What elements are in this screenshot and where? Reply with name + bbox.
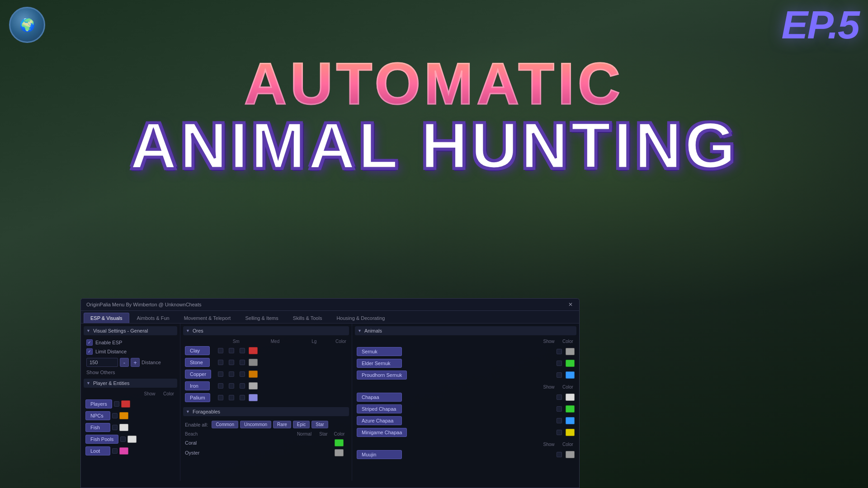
rare-button[interactable]: Rare: [273, 421, 291, 428]
fish-pools-button[interactable]: Fish Pools: [85, 435, 118, 444]
fish-color-swatch[interactable]: [119, 424, 128, 431]
episode-badge: EP.5: [782, 2, 859, 48]
iron-lg-check[interactable]: [240, 383, 245, 389]
sernuk-button[interactable]: Sernuk: [357, 347, 402, 356]
distance-input[interactable]: [86, 358, 118, 367]
enable-esp-row: ✓ Enable ESP: [84, 338, 177, 347]
palium-sm-check[interactable]: [218, 395, 223, 400]
copper-color-swatch[interactable]: [249, 371, 258, 378]
animals-col-header2: Show Color: [355, 384, 576, 390]
tab-skills[interactable]: Skills & Tools: [286, 313, 329, 323]
npcs-show-check[interactable]: [112, 413, 118, 418]
animals-col-header1: Show Color: [355, 338, 576, 345]
muujin-show-check[interactable]: [557, 452, 562, 457]
azure-chapaa-button[interactable]: Azure Chapaa: [357, 416, 402, 425]
npcs-button[interactable]: NPCs: [85, 411, 110, 420]
minigame-chapaa-color-swatch[interactable]: [566, 429, 575, 436]
star-button[interactable]: Star: [311, 421, 328, 428]
clay-sm-check[interactable]: [218, 348, 223, 353]
loot-show-check[interactable]: [112, 448, 118, 454]
clay-button[interactable]: Clay: [185, 346, 210, 355]
uncommon-button[interactable]: Uncommon: [240, 421, 271, 428]
stone-button[interactable]: Stone: [185, 358, 210, 367]
striped-chapaa-show-check[interactable]: [557, 406, 562, 412]
tab-esp-visuals[interactable]: ESP & Visuals: [84, 313, 129, 323]
common-button[interactable]: Common: [212, 421, 238, 428]
loot-button[interactable]: Loot: [85, 446, 110, 455]
copper-med-check[interactable]: [229, 371, 234, 377]
close-button[interactable]: ✕: [567, 301, 574, 308]
minigame-chapaa-show-check[interactable]: [557, 430, 562, 435]
iron-sm-check[interactable]: [218, 383, 223, 389]
stone-lg-check[interactable]: [240, 360, 245, 365]
oyster-color-swatch[interactable]: [335, 449, 344, 456]
tab-movement[interactable]: Movement & Teleport: [177, 313, 238, 323]
players-show-check[interactable]: [114, 401, 119, 407]
iron-button[interactable]: Iron: [185, 381, 210, 390]
animal-chapaa: Chapaa: [355, 391, 576, 403]
chapaa-button[interactable]: Chapaa: [357, 393, 402, 402]
npcs-color-swatch[interactable]: [119, 412, 128, 419]
epic-button[interactable]: Epic: [293, 421, 310, 428]
palium-color-swatch[interactable]: [249, 394, 258, 401]
palium-med-check[interactable]: [229, 395, 234, 400]
fish-pools-color-swatch[interactable]: [127, 436, 137, 443]
chapaa-show-check[interactable]: [557, 394, 562, 400]
entity-col-headers: Show Color: [84, 390, 177, 397]
title-area: AUTOMATIC ANIMAL HUNTING: [0, 54, 868, 178]
fish-button[interactable]: Fish: [85, 423, 110, 432]
panel-titlebar: OriginPalia Menu By Wimberton @ UnknownC…: [81, 299, 579, 311]
plus-button[interactable]: +: [131, 358, 140, 367]
tab-selling[interactable]: Selling & Items: [238, 313, 285, 323]
sernuk-show-check[interactable]: [557, 349, 562, 354]
chapaa-color-swatch[interactable]: [566, 394, 575, 401]
coral-color-swatch[interactable]: [335, 439, 344, 446]
clay-color-swatch[interactable]: [249, 347, 258, 354]
animal-proudhorn-sernuk: Proudhorn Sernuk: [355, 369, 576, 381]
iron-med-check[interactable]: [229, 383, 234, 389]
elder-sernuk-button[interactable]: Elder Sernuk: [357, 359, 402, 368]
clay-med-check[interactable]: [229, 348, 234, 353]
copper-lg-check[interactable]: [240, 371, 245, 377]
players-button[interactable]: Players: [85, 399, 112, 408]
minigame-chapaa-button[interactable]: Minigame Chapaa: [357, 428, 407, 437]
azure-chapaa-color-swatch[interactable]: [566, 417, 575, 424]
stone-color-swatch[interactable]: [249, 359, 258, 366]
ore-copper: Copper: [183, 368, 349, 380]
minus-button[interactable]: -: [120, 358, 129, 367]
stone-sm-check[interactable]: [218, 360, 223, 365]
proudhorn-sernuk-button[interactable]: Proudhorn Sernuk: [357, 371, 407, 380]
muujin-button[interactable]: Muujin: [357, 450, 402, 459]
copper-sm-check[interactable]: [218, 371, 223, 377]
tab-aimbots[interactable]: Aimbots & Fun: [130, 313, 176, 323]
players-color-swatch[interactable]: [121, 400, 130, 408]
col-ores: ▼ Ores Sm Med Lg Color Clay Stone: [180, 324, 352, 481]
fish-pools-show-check[interactable]: [120, 436, 126, 442]
tab-housing[interactable]: Housing & Decorating: [330, 313, 392, 323]
loot-color-swatch[interactable]: [119, 447, 128, 455]
sernuk-color-swatch[interactable]: [566, 348, 575, 355]
animal-azure-chapaa: Azure Chapaa: [355, 415, 576, 427]
entity-loot: Loot: [84, 445, 177, 457]
proudhorn-sernuk-show-check[interactable]: [557, 372, 562, 378]
azure-chapaa-show-check[interactable]: [557, 418, 562, 423]
muujin-color-swatch[interactable]: [566, 451, 575, 458]
palium-button[interactable]: Palium: [185, 393, 210, 402]
forage-oyster: Oyster: [183, 448, 349, 458]
striped-chapaa-button[interactable]: Striped Chapaa: [357, 404, 402, 413]
striped-chapaa-color-swatch[interactable]: [566, 405, 575, 413]
enable-esp-checkbox[interactable]: ✓: [86, 339, 93, 346]
animals-col-header3: Show Color: [355, 441, 576, 448]
stone-med-check[interactable]: [229, 360, 234, 365]
limit-distance-checkbox[interactable]: ✓: [86, 348, 93, 355]
clay-lg-check[interactable]: [240, 348, 245, 353]
copper-button[interactable]: Copper: [185, 370, 211, 379]
elder-sernuk-show-check[interactable]: [557, 361, 562, 366]
proudhorn-sernuk-color-swatch[interactable]: [566, 371, 575, 379]
fish-show-check[interactable]: [112, 425, 118, 430]
ore-palium: Palium: [183, 392, 349, 404]
ui-panel: OriginPalia Menu By Wimberton @ UnknownC…: [80, 298, 580, 488]
iron-color-swatch[interactable]: [249, 382, 258, 389]
palium-lg-check[interactable]: [240, 395, 245, 400]
elder-sernuk-color-swatch[interactable]: [566, 360, 575, 367]
